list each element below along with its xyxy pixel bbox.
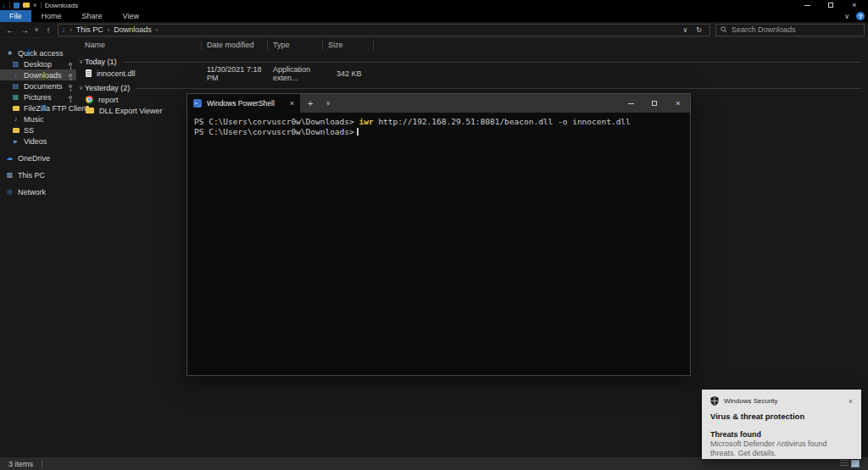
tab-dropdown-chevron-icon[interactable]: ∨	[320, 94, 335, 113]
column-header-date-modified[interactable]: Date modified	[202, 41, 268, 50]
refresh-icon[interactable]: ↻	[692, 26, 706, 34]
search-box[interactable]	[715, 24, 865, 36]
maximize-button[interactable]	[819, 0, 843, 10]
terminal-line: PS C:\Users\corvuscr0w\Downloads> iwr ht…	[194, 117, 683, 127]
column-header-name[interactable]: Name	[76, 41, 202, 50]
file-size: 342 KB	[323, 69, 374, 78]
forward-button[interactable]: →	[18, 25, 31, 35]
sidebar-item-quick-access[interactable]: ★ Quick access	[0, 47, 76, 58]
folder-icon	[12, 128, 19, 133]
toast-body: Microsoft Defender Antivirus found threa…	[710, 440, 853, 458]
details-view-icon[interactable]	[840, 460, 849, 467]
back-button[interactable]: ←	[3, 25, 17, 35]
music-note-icon: ♪	[12, 116, 19, 123]
sidebar-item-this-pc[interactable]: ▩ This PC	[0, 169, 76, 180]
tab-share[interactable]: Share	[72, 10, 113, 22]
desktop-icon: ▥	[12, 61, 19, 68]
folder-icon	[86, 108, 94, 113]
sidebar-item-label: Music	[24, 115, 44, 124]
pin-icon	[69, 63, 72, 66]
group-label: Yesterday (2)	[85, 84, 130, 92]
up-button[interactable]: ↑	[42, 25, 55, 35]
search-icon	[721, 26, 727, 33]
close-button[interactable]: ×	[843, 0, 866, 10]
terminal-output[interactable]: PS C:\Users\corvuscr0w\Downloads> iwr ht…	[187, 113, 690, 375]
divider	[42, 460, 42, 467]
sidebar-item-label: Pictures	[24, 93, 52, 102]
sidebar-item-documents[interactable]: ▤ Documents	[0, 80, 76, 91]
large-icons-view-icon[interactable]	[851, 460, 860, 467]
sidebar-item-desktop[interactable]: ▥ Desktop	[0, 58, 76, 69]
sidebar-item-filezilla[interactable]: FileZilla FTP Client	[0, 102, 76, 113]
breadcrumb-this-pc[interactable]: This PC	[76, 25, 103, 34]
expand-ribbon-chevron-icon[interactable]: ∨	[837, 13, 856, 20]
new-tab-button[interactable]: +	[300, 94, 320, 113]
customize-qat-chevron-icon[interactable]: ∨	[33, 2, 37, 8]
tab-home[interactable]: Home	[31, 10, 72, 22]
window-title: Downloads	[45, 2, 79, 9]
ribbon-tabs: File Home Share View ∨ ?	[0, 10, 868, 22]
downloads-folder-icon: ↓	[2, 2, 6, 8]
navigation-pane: ★ Quick access ▥ Desktop ↓ Downloads ▤ D…	[0, 38, 76, 457]
star-icon: ★	[6, 50, 14, 57]
tab-view[interactable]: View	[113, 10, 149, 22]
text-cursor	[357, 128, 359, 135]
terminal-window: >_ Windows PowerShell × + ∨ × PS C:\User…	[186, 93, 691, 376]
sidebar-item-label: Documents	[24, 82, 63, 91]
file-row-innocent-dll[interactable]: innocent.dll 11/30/2021 7:18 PM Applicat…	[76, 68, 868, 79]
divider	[9, 2, 10, 8]
breadcrumb-separator-icon: ›	[66, 27, 76, 33]
file-name: innocent.dll	[97, 69, 136, 78]
terminal-window-controls: ×	[619, 94, 690, 113]
sidebar-item-ss[interactable]: SS	[0, 124, 76, 135]
sidebar-item-onedrive[interactable]: ☁ OneDrive	[0, 152, 76, 163]
prompt: PS C:\Users\corvuscr0w\Downloads>	[194, 127, 354, 136]
breadcrumb-downloads[interactable]: Downloads	[114, 25, 152, 34]
sidebar-item-network[interactable]: ◎ Network	[0, 186, 76, 197]
help-icon[interactable]: ?	[856, 12, 865, 20]
network-icon: ◎	[6, 189, 14, 196]
breadcrumb-separator-icon: ›	[152, 27, 162, 33]
column-header-size[interactable]: Size	[323, 41, 374, 50]
download-arrow-icon: ↓	[12, 72, 19, 79]
collapse-chevron-icon[interactable]: ∨	[76, 58, 85, 65]
minimize-button[interactable]	[795, 0, 819, 10]
sidebar-item-pictures[interactable]: ▦ Pictures	[0, 91, 76, 102]
breadcrumb-separator-icon: ›	[103, 27, 114, 33]
sidebar-item-label: Downloads	[24, 71, 62, 80]
collapse-chevron-icon[interactable]: ∨	[76, 85, 85, 91]
powershell-icon: >_	[193, 99, 202, 108]
command: iwr	[359, 117, 373, 126]
desktop: ↓ ∨ Downloads × File Home Share View ∨ ?	[0, 0, 868, 470]
minimize-button[interactable]	[619, 94, 643, 113]
close-tab-icon[interactable]: ×	[290, 99, 294, 108]
maximize-button[interactable]	[643, 94, 666, 113]
file-name: report	[98, 96, 119, 104]
navigation-buttons: ← → ∨ ↑	[3, 25, 55, 35]
sidebar-item-music[interactable]: ♪ Music	[0, 113, 76, 124]
breadcrumb[interactable]: ↓ › This PC › Downloads › ∨ ↻	[58, 24, 710, 36]
tab-file[interactable]: File	[0, 10, 31, 22]
sidebar-item-downloads[interactable]: ↓ Downloads	[0, 69, 76, 80]
address-dropdown-chevron-icon[interactable]: ∨	[678, 26, 692, 34]
recent-locations-chevron-icon[interactable]: ∨	[32, 26, 41, 33]
sidebar-item-label: Network	[18, 188, 46, 196]
sidebar-item-label: Quick access	[18, 49, 64, 58]
group-header-yesterday[interactable]: ∨ Yesterday (2)	[76, 82, 868, 94]
search-input[interactable]	[732, 25, 860, 34]
toast-app-name: Windows Security	[724, 397, 843, 405]
file-date: 11/30/2021 7:18 PM	[202, 65, 268, 82]
column-header-type[interactable]: Type	[268, 41, 323, 50]
prompt: PS C:\Users\corvuscr0w\Downloads>	[194, 117, 354, 126]
properties-icon[interactable]	[14, 3, 19, 8]
toast-close-icon[interactable]: ×	[849, 397, 853, 406]
close-button[interactable]: ×	[666, 94, 690, 113]
group-header-today[interactable]: ∨ Today (1)	[76, 56, 868, 68]
windows-security-toast[interactable]: Windows Security × Virus & threat protec…	[702, 390, 861, 459]
sidebar-item-label: OneDrive	[18, 154, 50, 163]
toast-category: Virus & threat protection	[710, 412, 853, 421]
new-folder-icon[interactable]	[23, 3, 30, 8]
sidebar-item-label: Desktop	[24, 60, 52, 69]
sidebar-item-videos[interactable]: ▶ Videos	[0, 135, 76, 147]
terminal-tab-powershell[interactable]: >_ Windows PowerShell ×	[187, 94, 300, 113]
